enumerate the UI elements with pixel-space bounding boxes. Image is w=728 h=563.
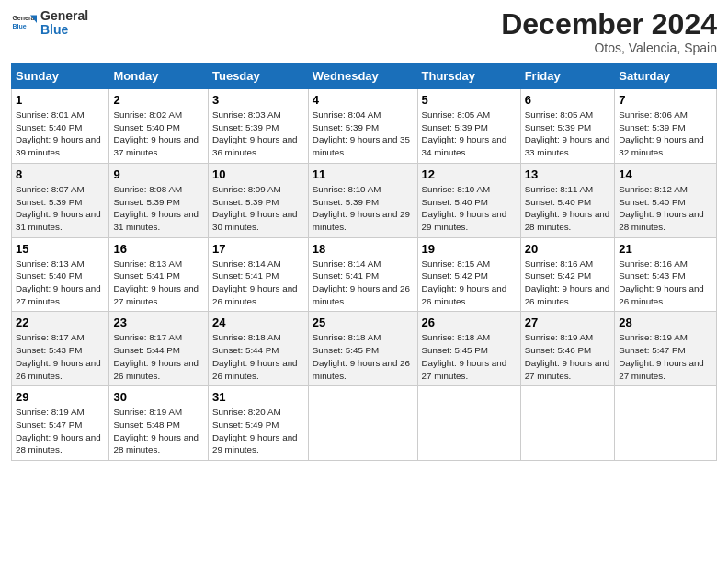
- cell-info: Sunrise: 8:20 AMSunset: 5:49 PMDaylight:…: [212, 407, 298, 454]
- day-number: 17: [212, 242, 304, 256]
- calendar-cell: 2Sunrise: 8:02 AMSunset: 5:40 PMDaylight…: [109, 89, 209, 164]
- calendar-cell: 9Sunrise: 8:08 AMSunset: 5:39 PMDaylight…: [109, 163, 209, 237]
- day-number: 25: [313, 316, 414, 329]
- calendar-cell: 4Sunrise: 8:04 AMSunset: 5:39 PMDaylight…: [308, 89, 417, 164]
- calendar-cell: 11Sunrise: 8:10 AMSunset: 5:39 PMDayligh…: [308, 163, 417, 237]
- column-header-thursday: Thursday: [417, 63, 520, 89]
- header: General Blue General Blue December 2024 …: [11, 9, 717, 55]
- cell-info: Sunrise: 8:17 AMSunset: 5:43 PMDaylight:…: [16, 332, 101, 380]
- calendar-cell: 3Sunrise: 8:03 AMSunset: 5:39 PMDaylight…: [208, 89, 308, 164]
- column-header-sunday: Sunday: [12, 63, 109, 89]
- day-number: 7: [619, 93, 712, 107]
- day-number: 9: [113, 167, 204, 181]
- logo: General Blue General Blue: [11, 9, 88, 38]
- day-number: 16: [113, 242, 204, 256]
- logo-text: General Blue: [40, 9, 88, 38]
- cell-info: Sunrise: 8:19 AMSunset: 5:48 PMDaylight:…: [113, 407, 199, 454]
- calendar-cell: 23Sunrise: 8:17 AMSunset: 5:44 PMDayligh…: [109, 312, 209, 386]
- day-number: 8: [16, 167, 105, 181]
- cell-info: Sunrise: 8:05 AMSunset: 5:39 PMDaylight:…: [525, 109, 610, 157]
- calendar-cell: 12Sunrise: 8:10 AMSunset: 5:40 PMDayligh…: [417, 163, 520, 237]
- day-number: 18: [313, 242, 414, 256]
- calendar-cell: 22Sunrise: 8:17 AMSunset: 5:43 PMDayligh…: [12, 312, 109, 386]
- day-number: 29: [16, 390, 105, 404]
- calendar-cell: 18Sunrise: 8:14 AMSunset: 5:41 PMDayligh…: [308, 237, 417, 312]
- calendar-table: SundayMondayTuesdayWednesdayThursdayFrid…: [11, 63, 717, 461]
- cell-info: Sunrise: 8:05 AMSunset: 5:39 PMDaylight:…: [422, 109, 507, 157]
- calendar-cell: 16Sunrise: 8:13 AMSunset: 5:41 PMDayligh…: [109, 237, 209, 312]
- cell-info: Sunrise: 8:10 AMSunset: 5:40 PMDaylight:…: [422, 184, 507, 232]
- calendar-cell: [520, 386, 615, 461]
- main-container: General Blue General Blue December 2024 …: [0, 0, 728, 468]
- calendar-cell: 5Sunrise: 8:05 AMSunset: 5:39 PMDaylight…: [417, 89, 520, 164]
- week-row-5: 29Sunrise: 8:19 AMSunset: 5:47 PMDayligh…: [12, 386, 717, 461]
- column-header-friday: Friday: [520, 63, 615, 89]
- calendar-cell: 6Sunrise: 8:05 AMSunset: 5:39 PMDaylight…: [520, 89, 615, 164]
- cell-info: Sunrise: 8:16 AMSunset: 5:42 PMDaylight:…: [525, 259, 610, 306]
- day-number: 15: [16, 242, 105, 256]
- cell-info: Sunrise: 8:19 AMSunset: 5:47 PMDaylight:…: [16, 407, 101, 454]
- header-row: SundayMondayTuesdayWednesdayThursdayFrid…: [12, 63, 717, 89]
- calendar-cell: 8Sunrise: 8:07 AMSunset: 5:39 PMDaylight…: [12, 163, 109, 237]
- calendar-cell: 24Sunrise: 8:18 AMSunset: 5:44 PMDayligh…: [208, 312, 308, 386]
- day-number: 22: [16, 316, 105, 329]
- calendar-cell: 19Sunrise: 8:15 AMSunset: 5:42 PMDayligh…: [417, 237, 520, 312]
- day-number: 6: [525, 93, 611, 107]
- day-number: 20: [525, 242, 611, 256]
- cell-info: Sunrise: 8:19 AMSunset: 5:47 PMDaylight:…: [619, 332, 704, 380]
- calendar-cell: 10Sunrise: 8:09 AMSunset: 5:39 PMDayligh…: [208, 163, 308, 237]
- cell-info: Sunrise: 8:02 AMSunset: 5:40 PMDaylight:…: [113, 109, 199, 157]
- calendar-cell: 7Sunrise: 8:06 AMSunset: 5:39 PMDaylight…: [615, 89, 717, 164]
- day-number: 19: [422, 242, 517, 256]
- cell-info: Sunrise: 8:19 AMSunset: 5:46 PMDaylight:…: [525, 332, 610, 380]
- day-number: 27: [525, 316, 611, 329]
- cell-info: Sunrise: 8:11 AMSunset: 5:40 PMDaylight:…: [525, 184, 610, 232]
- day-number: 14: [619, 167, 712, 181]
- cell-info: Sunrise: 8:06 AMSunset: 5:39 PMDaylight:…: [619, 109, 704, 157]
- cell-info: Sunrise: 8:12 AMSunset: 5:40 PMDaylight:…: [619, 184, 704, 232]
- day-number: 24: [212, 316, 304, 329]
- column-header-saturday: Saturday: [615, 63, 717, 89]
- calendar-cell: 15Sunrise: 8:13 AMSunset: 5:40 PMDayligh…: [12, 237, 109, 312]
- calendar-cell: 31Sunrise: 8:20 AMSunset: 5:49 PMDayligh…: [208, 386, 308, 461]
- month-title: December 2024: [501, 9, 717, 39]
- cell-info: Sunrise: 8:14 AMSunset: 5:41 PMDaylight:…: [212, 259, 298, 306]
- cell-info: Sunrise: 8:18 AMSunset: 5:44 PMDaylight:…: [212, 332, 298, 380]
- column-header-wednesday: Wednesday: [308, 63, 417, 89]
- svg-text:Blue: Blue: [12, 23, 26, 29]
- title-block: December 2024 Otos, Valencia, Spain: [501, 9, 717, 55]
- calendar-cell: 27Sunrise: 8:19 AMSunset: 5:46 PMDayligh…: [520, 312, 615, 386]
- cell-info: Sunrise: 8:04 AMSunset: 5:39 PMDaylight:…: [313, 109, 410, 157]
- cell-info: Sunrise: 8:17 AMSunset: 5:44 PMDaylight:…: [113, 332, 199, 380]
- week-row-4: 22Sunrise: 8:17 AMSunset: 5:43 PMDayligh…: [12, 312, 717, 386]
- calendar-cell: 21Sunrise: 8:16 AMSunset: 5:43 PMDayligh…: [615, 237, 717, 312]
- cell-info: Sunrise: 8:07 AMSunset: 5:39 PMDaylight:…: [16, 184, 101, 232]
- calendar-cell: [615, 386, 717, 461]
- calendar-cell: 29Sunrise: 8:19 AMSunset: 5:47 PMDayligh…: [12, 386, 109, 461]
- week-row-1: 1Sunrise: 8:01 AMSunset: 5:40 PMDaylight…: [12, 89, 717, 164]
- day-number: 26: [422, 316, 517, 329]
- calendar-cell: 17Sunrise: 8:14 AMSunset: 5:41 PMDayligh…: [208, 237, 308, 312]
- calendar-cell: 26Sunrise: 8:18 AMSunset: 5:45 PMDayligh…: [417, 312, 520, 386]
- day-number: 10: [212, 167, 304, 181]
- calendar-cell: 30Sunrise: 8:19 AMSunset: 5:48 PMDayligh…: [109, 386, 209, 461]
- logo-icon: General Blue: [11, 10, 37, 36]
- calendar-cell: 13Sunrise: 8:11 AMSunset: 5:40 PMDayligh…: [520, 163, 615, 237]
- day-number: 2: [113, 93, 204, 107]
- cell-info: Sunrise: 8:13 AMSunset: 5:40 PMDaylight:…: [16, 259, 101, 306]
- day-number: 11: [313, 167, 414, 181]
- cell-info: Sunrise: 8:15 AMSunset: 5:42 PMDaylight:…: [422, 259, 507, 306]
- calendar-cell: [417, 386, 520, 461]
- calendar-cell: 14Sunrise: 8:12 AMSunset: 5:40 PMDayligh…: [615, 163, 717, 237]
- day-number: 23: [113, 316, 204, 329]
- week-row-2: 8Sunrise: 8:07 AMSunset: 5:39 PMDaylight…: [12, 163, 717, 237]
- cell-info: Sunrise: 8:18 AMSunset: 5:45 PMDaylight:…: [422, 332, 507, 380]
- cell-info: Sunrise: 8:14 AMSunset: 5:41 PMDaylight:…: [313, 259, 410, 306]
- day-number: 13: [525, 167, 611, 181]
- calendar-cell: 25Sunrise: 8:18 AMSunset: 5:45 PMDayligh…: [308, 312, 417, 386]
- day-number: 21: [619, 242, 712, 256]
- calendar-cell: 20Sunrise: 8:16 AMSunset: 5:42 PMDayligh…: [520, 237, 615, 312]
- cell-info: Sunrise: 8:01 AMSunset: 5:40 PMDaylight:…: [16, 109, 101, 157]
- calendar-cell: 28Sunrise: 8:19 AMSunset: 5:47 PMDayligh…: [615, 312, 717, 386]
- day-number: 12: [422, 167, 517, 181]
